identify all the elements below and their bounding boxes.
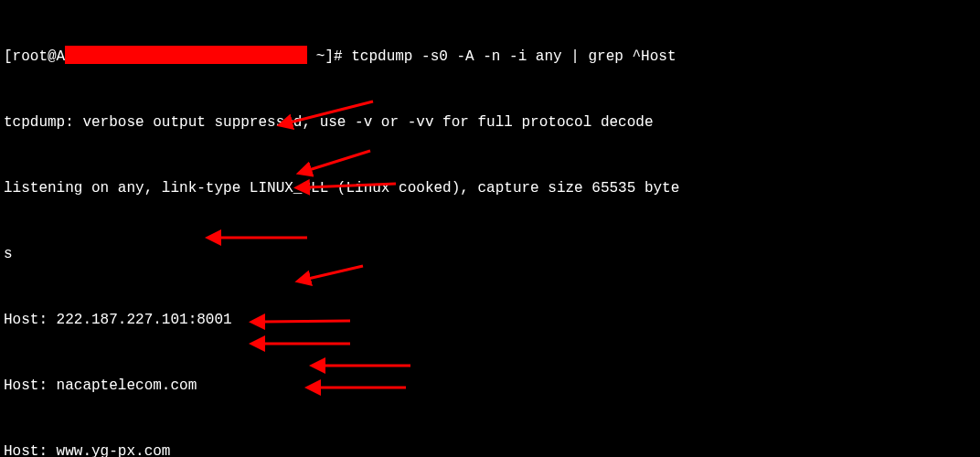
terminal-output: [root@A ~]# tcpdump -s0 -A -n -i any | g… <box>4 2 976 457</box>
prompt-line: [root@A ~]# tcpdump -s0 -A -n -i any | g… <box>4 46 976 68</box>
prompt-prefix: [root@A <box>4 48 65 65</box>
output-line: tcpdump: verbose output suppressed, use … <box>4 112 976 133</box>
output-line: s <box>4 243 976 265</box>
redacted-hostname <box>65 46 307 64</box>
output-line: Host: 222.187.227.101:8001 <box>4 309 976 331</box>
output-line: Host: nacaptelecom.com <box>4 375 976 397</box>
prompt-suffix: ~]# <box>307 48 351 65</box>
command-text: tcpdump -s0 -A -n -i any | grep ^Host <box>351 48 676 65</box>
output-line: listening on any, link-type LINUX_SLL (L… <box>4 177 976 199</box>
output-line: Host: www.yg-px.com <box>4 441 976 457</box>
